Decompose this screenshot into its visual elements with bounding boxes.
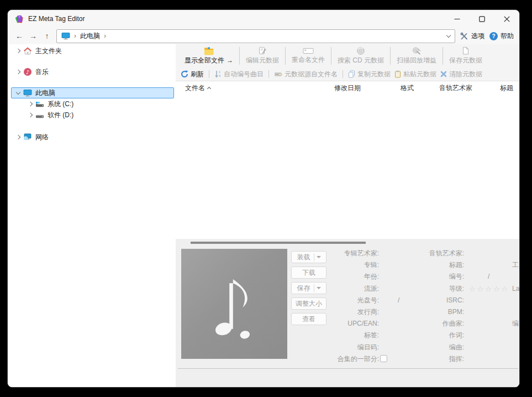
column-filename[interactable]: 文件名 [185, 81, 210, 95]
sort-ascending-icon [207, 87, 211, 91]
metadata-row: 专辑艺术家: 音轨艺术家: [176, 248, 519, 259]
help-label: 帮助 [501, 32, 514, 41]
column-format[interactable]: 格式 [401, 81, 414, 95]
chevron-down-icon[interactable] [16, 90, 20, 94]
column-format-label: 格式 [401, 83, 414, 93]
tag-app-icon [15, 14, 24, 23]
file-list[interactable] [176, 94, 519, 239]
maximize-icon [479, 16, 485, 22]
chevron-right-icon[interactable] [28, 113, 33, 117]
toolbar-separator [268, 70, 269, 78]
splitter-handle[interactable] [191, 242, 366, 244]
save-metadata-button[interactable]: 保存元数据 [444, 44, 487, 67]
minimize-button[interactable] [445, 10, 470, 28]
options-label: 选项 [471, 32, 484, 41]
maximize-button[interactable] [470, 10, 494, 28]
compilation-checkbox[interactable] [380, 355, 387, 362]
sidebar-item-drive-c[interactable]: 系统 (C:) [8, 98, 176, 109]
main-panel: 显示全部文件 → 编辑元数据 x 重命名 [176, 44, 519, 387]
address-dropdown-icon[interactable] [446, 33, 451, 37]
titlebar: EZ Meta Tag Editor [8, 10, 519, 28]
toolbar-separator [343, 70, 343, 78]
metadata-row: 编目码: 编曲: [176, 342, 519, 353]
save-metadata-icon [461, 46, 470, 55]
sidebar-item-label: 系统 (C:) [48, 100, 73, 109]
filelist-header: 文件名 修改日期 格式 音轨艺术家 标题 [176, 81, 519, 95]
forward-button[interactable]: → [29, 32, 38, 40]
column-title-label: 标题 [500, 83, 513, 93]
edit-metadata-label: 编辑元数据 [246, 56, 279, 65]
drive-icon [35, 111, 44, 119]
paste-metadata-button[interactable]: 粘贴元数据 [394, 70, 436, 79]
isrc-field-label: ISRC: [446, 295, 464, 306]
autonumber-tracks-button[interactable]: 1 9 自动编号曲目 [214, 70, 264, 79]
sidebar-item-home[interactable]: 主文件夹 [8, 45, 176, 56]
metadata-from-filename-label: 元数据源自文件名 [285, 70, 338, 79]
metadata-from-filename-button[interactable]: 元数据源自文件名 [274, 70, 338, 79]
help-button[interactable]: ? 帮助 [489, 32, 514, 41]
metadata-row: 专辑: 标题: 工 [176, 259, 519, 271]
autonumber-icon: 1 9 [214, 70, 222, 78]
sidebar-item-this-pc[interactable]: 此电脑 [8, 87, 176, 98]
save-metadata-label: 保存元数据 [449, 56, 482, 65]
svg-text:9: 9 [219, 74, 221, 77]
up-button[interactable]: ↑ [43, 32, 51, 40]
chevron-right-icon[interactable] [16, 135, 20, 139]
rename-files-button[interactable]: x 重命名文件 [287, 44, 330, 67]
paste-metadata-icon [394, 70, 401, 78]
clear-metadata-button[interactable]: 清除元数据 [440, 70, 482, 79]
sidebar-item-network[interactable]: 网络 [8, 132, 176, 143]
refresh-button[interactable]: 刷新 [181, 70, 204, 79]
metadata-row: 发行商: BPM: [176, 306, 519, 318]
scan-replaygain-button[interactable]: 扫描回放增益 [392, 44, 441, 67]
toolbar-separator [209, 70, 209, 78]
sidebar-item-label: 软件 (D:) [48, 111, 73, 120]
disc-number-separator: / [398, 295, 399, 306]
show-all-files-label: 显示全部文件 [185, 56, 224, 65]
chevron-right-icon[interactable] [28, 102, 33, 106]
minimize-icon [454, 16, 460, 22]
sidebar-item-music[interactable]: ♪ 音乐 [8, 66, 176, 77]
chevron-right-icon[interactable] [16, 70, 20, 74]
app-title: EZ Meta Tag Editor [28, 15, 445, 23]
copy-metadata-button[interactable]: 复制元数据 [348, 70, 391, 79]
rating-stars[interactable]: ☆☆☆☆☆ [469, 283, 509, 295]
show-all-files-button[interactable]: 显示全部文件 → [180, 44, 238, 67]
toolbar-separator [443, 47, 443, 65]
column-track-artist[interactable]: 音轨艺术家 [439, 81, 472, 95]
chevron-right-icon[interactable] [16, 49, 20, 53]
clipped-text: 编 [512, 318, 519, 330]
autonumber-tracks-label: 自动编号曲目 [224, 70, 264, 79]
close-button[interactable] [494, 10, 519, 28]
app-window: EZ Meta Tag Editor ← → ↑ › 此电脑 › [8, 10, 519, 387]
column-modified-date[interactable]: 修改日期 [334, 81, 361, 95]
column-track-artist-label: 音轨艺术家 [439, 83, 472, 93]
edit-metadata-button[interactable]: 编辑元数据 [241, 44, 284, 67]
search-cd-metadata-button[interactable]: 搜索 CD 元数据 [333, 44, 389, 67]
sidebar-item-label: 网络 [35, 133, 49, 142]
breadcrumb-location[interactable]: 此电脑 [80, 32, 100, 41]
refresh-icon [181, 70, 188, 78]
track-number-field-label: 编号: [449, 271, 464, 283]
options-button[interactable]: 选项 [460, 32, 484, 41]
sidebar-item-label: 音乐 [35, 67, 49, 77]
composer-field-label: 作曲家: [443, 318, 464, 330]
splitter-zone [176, 239, 519, 247]
track-artist-field-label: 音轨艺术家: [429, 248, 464, 259]
column-title[interactable]: 标题 [500, 81, 513, 95]
show-all-files-folder-icon [204, 47, 214, 55]
close-icon [504, 16, 510, 22]
svg-text:♪: ♪ [26, 69, 29, 75]
sidebar-item-label: 此电脑 [35, 88, 55, 98]
album-field-label: 专辑: [364, 259, 379, 271]
sidebar-item-drive-d[interactable]: 软件 (D:) [8, 109, 176, 121]
replaygain-icon [412, 46, 421, 55]
search-cd-icon [356, 46, 365, 55]
sidebar-item-label: 主文件夹 [35, 46, 62, 56]
album-artist-field-label: 专辑艺术家: [344, 248, 379, 259]
publisher-field-label: 发行商: [357, 306, 379, 318]
arranger-field-label: 编曲: [449, 342, 464, 353]
address-bar[interactable]: › 此电脑 › [56, 29, 455, 43]
back-button[interactable]: ← [15, 32, 24, 40]
main-toolbar: 显示全部文件 → 编辑元数据 x 重命名 [176, 44, 519, 67]
